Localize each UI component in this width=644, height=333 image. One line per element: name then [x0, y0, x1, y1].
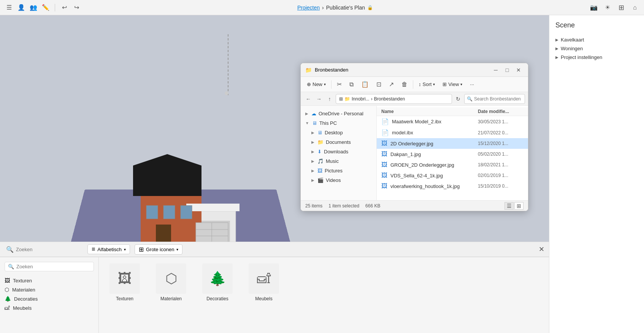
- downloads-icon: ⬇: [317, 149, 322, 155]
- grid-item-decoraties[interactable]: 🌲 Decoraties: [195, 260, 240, 304]
- list-view-button[interactable]: ☰: [504, 202, 514, 210]
- users-icon[interactable]: 👥: [29, 3, 38, 12]
- undo-icon[interactable]: ↩: [60, 3, 69, 12]
- home-icon[interactable]: ⌂: [630, 3, 639, 12]
- fe-breadcrumb[interactable]: ⊞ 📁 Innobri... › Bronbestanden: [336, 94, 452, 104]
- paste-button[interactable]: 📋: [358, 79, 372, 89]
- back-button[interactable]: ←: [304, 94, 313, 104]
- file-row[interactable]: 🖼 vloerafwerking_houtlook_1k.jpg 15/10/2…: [377, 181, 528, 191]
- toolbar-right: 📷 ☀ ⊞ ⌂: [589, 3, 639, 12]
- redo-icon[interactable]: ↪: [72, 3, 81, 12]
- sort-dropdown[interactable]: ≡ Alfabetisch ▾: [87, 244, 130, 254]
- export-button[interactable]: ↗: [386, 79, 397, 89]
- sort-label: Alfabetisch: [97, 247, 122, 252]
- fe-breadcrumb-innobri: Innobri...: [352, 96, 370, 102]
- share-button[interactable]: ⊡: [373, 79, 384, 89]
- camera-icon[interactable]: 📷: [589, 3, 598, 12]
- search-input[interactable]: [16, 247, 80, 252]
- fe-breadcrumb-sep: ›: [371, 96, 373, 102]
- sidebar-item-materialen[interactable]: ⬡ Materialen: [5, 285, 94, 294]
- grid-item-meubels[interactable]: 🛋 Meubels: [241, 260, 287, 304]
- fe-search-box: 🔍: [464, 94, 525, 104]
- close-button[interactable]: ✕: [514, 65, 523, 75]
- more-button[interactable]: ···: [467, 80, 477, 89]
- file-row[interactable]: 📄 model.ibx 21/07/2022 0...: [377, 127, 528, 138]
- breadcrumb-root[interactable]: Projecten: [297, 5, 320, 11]
- sidebar-item-texturen[interactable]: 🖼 Texturen: [5, 276, 94, 285]
- expand-arrow-icon: ▶: [311, 169, 314, 173]
- fe-sidebar-desktop[interactable]: ▶ 🖥 Desktop: [301, 128, 376, 137]
- refresh-button[interactable]: ↻: [454, 94, 463, 104]
- close-button[interactable]: ✕: [539, 245, 544, 253]
- view-button[interactable]: ⊞ View ▾: [439, 80, 465, 89]
- user-icon[interactable]: 👤: [17, 3, 26, 12]
- fe-window-controls: ─ □ ✕: [491, 65, 523, 75]
- layers-icon[interactable]: ⊞: [617, 3, 626, 12]
- music-icon: 🎵: [317, 158, 324, 164]
- bottom-panel: 🔍 🖼 Texturen ⬡ Materialen 🌲 Decoraties 🛋…: [0, 257, 549, 333]
- fe-breadcrumb-icon: ⊞: [339, 96, 343, 102]
- export-icon: ↗: [389, 81, 394, 88]
- edit-icon[interactable]: ✏️: [41, 3, 50, 12]
- new-button[interactable]: ⊕ New ▾: [304, 80, 329, 89]
- maximize-button[interactable]: □: [502, 65, 512, 75]
- grid-view-button[interactable]: ⊞: [514, 202, 523, 210]
- fe-content: ▶ ☁ OneDrive - Personal ▼ 🖥 This PC ▶ 🖥 …: [301, 106, 528, 200]
- file-name: Maatwerk Model_2.ibx: [392, 119, 478, 124]
- guide-line: [228, 34, 228, 95]
- file-icon: 📄: [381, 118, 389, 125]
- fe-sidebar-videos[interactable]: ▶ 🎬 Videos: [301, 175, 376, 185]
- file-row[interactable]: 🖼 2D Onderlegger.jpg 15/12/2020 1... ts …: [377, 138, 528, 149]
- grid-item-texturen[interactable]: 🖼 Texturen: [102, 260, 148, 304]
- file-date: 02/01/2019 1...: [478, 173, 523, 178]
- file-row[interactable]: 📄 Maatwerk Model_2.ibx 30/05/2023 1...: [377, 116, 528, 127]
- scene-item-label: Woningen: [561, 46, 583, 51]
- sort-icon: ≡: [92, 246, 95, 253]
- fe-sidebar-onedrive[interactable]: ▶ ☁ OneDrive - Personal: [301, 109, 376, 118]
- fe-sidebar-thispc[interactable]: ▼ 🖥 This PC: [301, 118, 376, 128]
- search-box: 🔍: [5, 262, 94, 271]
- view-dropdown[interactable]: ⊞ Grote iconen ▾: [135, 244, 182, 255]
- fe-sidebar-pictures[interactable]: ▶ 🖼 Pictures: [301, 166, 376, 175]
- col-name: Name: [381, 109, 478, 114]
- documents-icon: 📁: [317, 139, 324, 145]
- file-row[interactable]: 🖼 Dakpan_1.jpg 05/02/2020 1...: [377, 149, 528, 159]
- menu-icon[interactable]: ☰: [5, 3, 14, 12]
- decoraties-icon: 🌲: [5, 296, 11, 302]
- desktop-icon: 🖥: [317, 130, 322, 135]
- forward-button[interactable]: →: [314, 94, 324, 104]
- file-row[interactable]: 🖼 VDS_Sella_62-4_1k.jpg 02/01/2019 1...: [377, 170, 528, 181]
- sidebar-item-label: Meubels: [13, 305, 32, 311]
- search-icon: 🔍: [6, 246, 14, 253]
- search-input[interactable]: [16, 264, 90, 269]
- scene-item-label: Kavelkaart: [561, 37, 584, 43]
- file-row[interactable]: 🖼 GROEN_2D Onderlegger.jpg 18/02/2021 1.…: [377, 159, 528, 170]
- new-icon: ⊕: [307, 81, 311, 87]
- file-icon: 🖼: [381, 172, 387, 179]
- scene-item-woningen[interactable]: ▶ Woningen: [555, 44, 638, 53]
- sidebar-item-meubels[interactable]: 🛋 Meubels: [5, 303, 94, 312]
- up-button[interactable]: ↑: [325, 94, 334, 104]
- expand-arrow-icon: ▶: [311, 150, 314, 154]
- minimize-button[interactable]: ─: [491, 65, 501, 75]
- toolbar-left: ☰ 👤 👥 ✏️ ↩ ↪: [5, 3, 81, 12]
- grid-item-materialen[interactable]: ⬡ Materialen: [148, 260, 194, 304]
- cut-button[interactable]: ✂: [334, 79, 345, 89]
- scene-item-project[interactable]: ▶ Project instellingen: [555, 53, 638, 62]
- delete-button[interactable]: 🗑: [398, 80, 411, 89]
- scene-item-kavelkaart[interactable]: ▶ Kavelkaart: [555, 35, 638, 44]
- grid-area: 🖼 Texturen ⬡ Materialen 🌲 Decoraties 🛋 M…: [99, 257, 549, 333]
- fe-sidebar-documents[interactable]: ▶ 📁 Documents: [301, 137, 376, 147]
- fe-sidebar-downloads[interactable]: ▶ ⬇ Downloads: [301, 147, 376, 156]
- sort-button[interactable]: ↕ Sort ▾: [416, 80, 438, 89]
- fe-sidebar-music[interactable]: ▶ 🎵 Music: [301, 156, 376, 166]
- view-label: Grote iconen: [146, 247, 174, 252]
- fe-toolbar-divider-2: [413, 80, 413, 89]
- delete-icon: 🗑: [401, 81, 408, 88]
- sidebar-item-decoraties[interactable]: 🌲 Decoraties: [5, 294, 94, 303]
- sun-icon[interactable]: ☀: [603, 3, 612, 12]
- scene-panel-title: Scene: [555, 21, 638, 29]
- copy-button[interactable]: ⧉: [346, 80, 357, 89]
- svg-rect-6: [146, 206, 158, 219]
- fe-search-input[interactable]: [474, 96, 522, 102]
